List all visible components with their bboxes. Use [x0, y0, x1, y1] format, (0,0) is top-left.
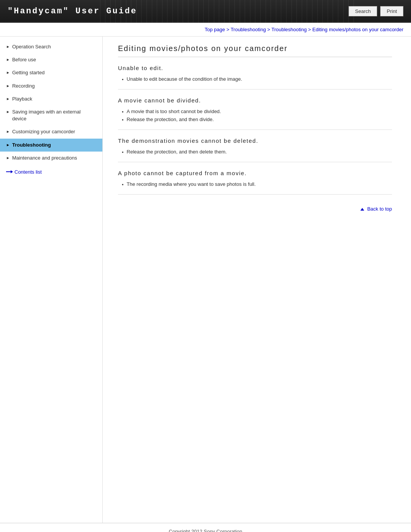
footer: Copyright 2012 Sony Corporation: [0, 523, 411, 532]
sidebar-item-maintenance[interactable]: ► Maintenance and precautions: [0, 152, 102, 165]
sidebar-item-label: Recording: [12, 83, 96, 89]
breadcrumb-top-page[interactable]: Top page: [205, 27, 225, 32]
sidebar-item-label: Customizing your camcorder: [12, 128, 96, 135]
sidebar-arrow-icon: ►: [6, 155, 10, 161]
bullet-list-movie-cannot-be-divided: A movie that is too short cannot be divi…: [118, 107, 392, 123]
sidebar-arrow-icon: ►: [6, 83, 10, 89]
sidebar-arrow-icon: ►: [6, 142, 10, 148]
sidebar-item-saving-images[interactable]: ► Saving images with an external device: [0, 105, 102, 125]
page-title: Editing movies/photos on your camcorder: [118, 44, 392, 57]
breadcrumb-sep2: >: [267, 27, 271, 32]
sidebar-arrow-icon: ►: [6, 129, 10, 134]
sidebar-item-label: Getting started: [12, 69, 96, 76]
triangle-up-icon: [360, 208, 364, 211]
layout: ► Operation Search ► Before use ► Gettin…: [0, 37, 411, 523]
list-item: Release the protection, and then delete …: [122, 148, 392, 156]
sidebar-item-operation-search[interactable]: ► Operation Search: [0, 40, 102, 53]
list-item: Unable to edit because of the condition …: [122, 75, 392, 83]
sidebar-arrow-icon: ►: [6, 44, 10, 50]
sidebar-item-label: Maintenance and precautions: [12, 155, 96, 161]
breadcrumb-sep3: >: [308, 27, 312, 32]
sidebar-item-playback[interactable]: ► Playback: [0, 93, 102, 105]
breadcrumb-sep1: >: [226, 27, 231, 32]
section-photo-cannot-be-captured: A photo cannot be captured from a movie.…: [118, 170, 392, 195]
arrow-right-icon: [6, 170, 13, 174]
section-title-movie-cannot-be-divided: A movie cannot be divided.: [118, 97, 392, 104]
sidebar-item-troubleshooting[interactable]: ► Troubleshooting: [0, 139, 102, 152]
contents-list-link[interactable]: Contents list: [0, 165, 102, 179]
search-button[interactable]: Search: [349, 6, 377, 16]
section-title-photo-cannot-be-captured: A photo cannot be captured from a movie.: [118, 170, 392, 176]
list-item: Release the protection, and then divide.: [122, 115, 392, 123]
sidebar-arrow-icon: ►: [6, 57, 10, 62]
sidebar: ► Operation Search ► Before use ► Gettin…: [0, 37, 103, 523]
bullet-list-demonstration-movies: Release the protection, and then delete …: [118, 148, 392, 156]
sidebar-item-label: Before use: [12, 56, 96, 63]
section-unable-to-edit: Unable to edit.Unable to edit because of…: [118, 65, 392, 89]
header-buttons: Search Print: [349, 6, 403, 16]
contents-list-label: Contents list: [14, 169, 42, 175]
sidebar-item-label: Playback: [12, 96, 96, 102]
back-to-top-link[interactable]: Back to top: [360, 206, 392, 212]
sidebar-item-getting-started[interactable]: ► Getting started: [0, 66, 102, 79]
breadcrumb: Top page > Troubleshooting > Troubleshoo…: [0, 23, 411, 37]
section-title-demonstration-movies: The demonstration movies cannot be delet…: [118, 137, 392, 144]
sidebar-item-label: Operation Search: [12, 43, 96, 50]
bullet-list-unable-to-edit: Unable to edit because of the condition …: [118, 75, 392, 83]
sidebar-item-label: Troubleshooting: [12, 142, 96, 149]
list-item: The recording media where you want to sa…: [122, 180, 392, 188]
header: "Handycam" User Guide Search Print: [0, 0, 411, 23]
breadcrumb-current: Editing movies/photos on your camcorder: [312, 27, 403, 32]
copyright-text: Copyright 2012 Sony Corporation: [169, 529, 242, 532]
bullet-list-photo-cannot-be-captured: The recording media where you want to sa…: [118, 180, 392, 188]
sidebar-item-customizing[interactable]: ► Customizing your camcorder: [0, 125, 102, 138]
sidebar-item-before-use[interactable]: ► Before use: [0, 53, 102, 66]
app-title: "Handycam" User Guide: [8, 6, 137, 16]
back-to-top: Back to top: [118, 202, 392, 216]
print-button[interactable]: Print: [380, 6, 403, 16]
main-content: Editing movies/photos on your camcorder …: [103, 37, 407, 523]
breadcrumb-troubleshooting1[interactable]: Troubleshooting: [231, 27, 266, 32]
section-title-unable-to-edit: Unable to edit.: [118, 65, 392, 71]
back-to-top-label: Back to top: [367, 206, 392, 212]
section-movie-cannot-be-divided: A movie cannot be divided.A movie that i…: [118, 97, 392, 130]
sidebar-item-recording[interactable]: ► Recording: [0, 80, 102, 93]
sidebar-item-label: Saving images with an external device: [12, 109, 96, 122]
breadcrumb-troubleshooting2[interactable]: Troubleshooting: [271, 27, 307, 32]
section-demonstration-movies: The demonstration movies cannot be delet…: [118, 137, 392, 162]
sidebar-arrow-icon: ►: [6, 109, 10, 115]
list-item: A movie that is too short cannot be divi…: [122, 107, 392, 115]
sidebar-arrow-icon: ►: [6, 70, 10, 75]
sidebar-arrow-icon: ►: [6, 96, 10, 102]
